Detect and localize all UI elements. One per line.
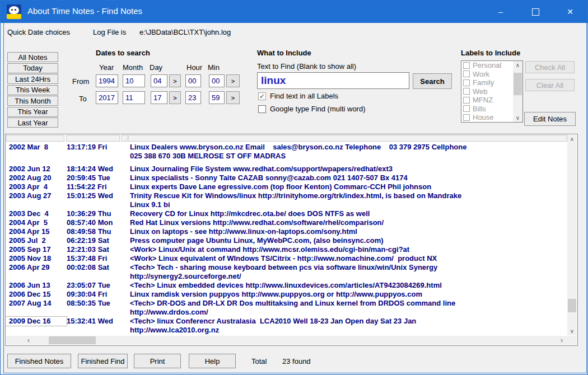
note-row-line[interactable]: 2006 Dec 1509:30:04 FriLinux ramdisk ver… — [6, 290, 567, 299]
note-row-line[interactable]: 2005 Jul 206:22:19 SatPress computer pag… — [6, 236, 567, 245]
note-time: 12:21:03 Sat — [67, 245, 130, 254]
note-row-line[interactable]: 2006 Jun 1323:05:07 Tue<Tech> Linux embe… — [6, 281, 567, 290]
note-time — [67, 308, 130, 317]
from-day-field[interactable]: 04 — [151, 74, 167, 87]
note-row-line[interactable]: 2005 Sep 1712:21:03 Sat<Work> Linux/Unix… — [6, 245, 567, 254]
note-text: <Tech> Tech - sharing mouse keyboard bet… — [130, 263, 567, 272]
label-checkbox-work[interactable] — [463, 71, 470, 77]
scroll-up-icon[interactable]: ∧ — [567, 135, 577, 143]
to-month-field[interactable]: 11 — [123, 91, 145, 104]
note-row-line[interactable]: 025 388 670 30B MELROSE ST OFF MADRAS — [6, 152, 567, 161]
print-button[interactable]: Print — [134, 354, 181, 368]
maximize-button[interactable] — [518, 1, 553, 23]
note-row-line[interactable]: 2005 Nov 1815:37:48 Fri<Work> Linux equi… — [6, 254, 567, 263]
note-time — [67, 200, 130, 209]
log-file-path: e:\JBData\BCL\TXT\john.log — [139, 28, 231, 36]
notes-horizontal-scrollbar[interactable]: ‹ › — [6, 336, 567, 345]
quick-date-last-year-button[interactable]: Last Year — [7, 118, 58, 128]
quick-date-this-week-button[interactable]: This Week — [7, 85, 58, 95]
edit-notes-button[interactable]: Edit Notes — [524, 112, 576, 126]
scroll-down-icon[interactable]: ∨ — [513, 114, 522, 122]
note-row-line[interactable]: 2002 Jun 1218:14:24 WedLinux Journaling … — [6, 165, 567, 174]
find-in-all-labels-checkbox[interactable]: ✓ — [258, 92, 266, 100]
to-day-field[interactable]: 17 — [151, 91, 167, 104]
note-text: Linux experts Dave Lane egressive.com (t… — [130, 182, 567, 191]
day-header: Day — [150, 63, 162, 72]
note-row-line[interactable]: http://www.drdos.com/ — [6, 308, 567, 317]
label-item-personal[interactable]: Personal — [461, 61, 513, 70]
quick-date-this-month-button[interactable]: This Month — [7, 96, 58, 106]
note-row-line[interactable]: 2007 Aug 1408:50:35 Tue<Tech> DR-DOS and… — [6, 299, 567, 308]
note-date: 2006 Apr 29 — [6, 263, 67, 272]
note-row-line[interactable]: 2009 Dec 1615:32:41 Wed<Tech> linux Conf… — [6, 317, 567, 326]
label-checkbox-house[interactable] — [463, 114, 470, 121]
note-row-line[interactable]: 2003 Dec 410:36:29 ThuRecovery CD for Li… — [6, 209, 567, 218]
note-row-line[interactable]: 2003 Apr 411:54:22 FriLinux experts Dave… — [6, 182, 567, 191]
scroll-up-icon[interactable]: ∧ — [513, 61, 522, 69]
from-hour-field[interactable]: 00 — [185, 74, 201, 87]
quick-date-this-year-button[interactable]: This Year — [7, 107, 58, 117]
scroll-right-icon[interactable]: › — [557, 336, 566, 345]
note-date: 2005 Nov 18 — [6, 254, 67, 263]
from-min-spin-button[interactable]: > — [226, 74, 240, 87]
scroll-left-icon[interactable]: ‹ — [24, 336, 33, 345]
label-item-mfnz[interactable]: MFNZ — [461, 96, 513, 105]
label-checkbox-mfnz[interactable] — [463, 97, 470, 104]
label-item-work[interactable]: Work — [461, 70, 513, 79]
help-button[interactable]: Help — [189, 354, 236, 368]
note-row-line[interactable]: 2004 Apr 508:57:40 MonRed Hat Linux vers… — [6, 218, 567, 227]
label-checkbox-personal[interactable] — [463, 62, 470, 69]
note-row-line[interactable]: Linux 9.1 bi — [6, 200, 567, 209]
close-button[interactable]: ✕ — [553, 1, 587, 23]
check-all-button[interactable]: Check All — [525, 61, 575, 73]
search-button[interactable]: Search — [413, 73, 452, 89]
label-item-house[interactable]: House — [461, 113, 513, 122]
label-checkbox-web[interactable] — [463, 88, 470, 95]
note-row-line[interactable]: 2002 Mar 813:17:19 FriLinux Dealers www.… — [6, 143, 567, 152]
from-month-field[interactable]: 10 — [123, 74, 145, 87]
from-min-field[interactable]: 00 — [209, 74, 225, 87]
text-to-find-input[interactable] — [257, 72, 409, 89]
label-checkbox-bills[interactable] — [463, 105, 470, 112]
to-min-field[interactable]: 59 — [209, 91, 225, 104]
to-day-spin-button[interactable]: > — [169, 91, 181, 104]
finished-notes-button[interactable]: Finished Notes — [7, 354, 71, 368]
notes-hscroll-thumb[interactable] — [49, 336, 96, 344]
note-row-line[interactable]: http://synergy2.sourceforge.net/ — [6, 272, 567, 281]
clear-all-button[interactable]: Clear All — [525, 79, 575, 91]
label-checkbox-family[interactable] — [463, 79, 470, 86]
minimize-button[interactable]: – — [483, 1, 518, 23]
labels-scrollbar[interactable]: ∧ ∨ — [513, 61, 522, 122]
note-text: Recovery CD for Linux http://mkcdrec.ota… — [130, 209, 567, 218]
note-time: 13:17:19 Fri — [67, 143, 130, 152]
notes-vertical-scrollbar[interactable]: ∧ ∨ — [567, 135, 577, 335]
label-item-web[interactable]: Web — [461, 87, 513, 96]
quick-date-today-button[interactable]: Today — [7, 63, 58, 73]
label-item-family[interactable]: Family — [461, 78, 513, 87]
note-row-line[interactable]: http://www.lca2010.org.nz — [6, 326, 567, 335]
quick-date-last-24hrs-button[interactable]: Last 24Hrs — [7, 74, 58, 84]
labels-scroll-thumb[interactable] — [514, 73, 522, 95]
to-min-spin-button[interactable]: > — [226, 91, 240, 104]
quick-date-all-notes-button[interactable]: All Notes — [7, 52, 58, 62]
notes-list[interactable]: 2002 Mar 813:17:19 FriLinux Dealers www.… — [5, 134, 578, 346]
notes-vscroll-thumb[interactable] — [568, 299, 576, 312]
to-hour-field[interactable]: 23 — [185, 91, 201, 104]
spacer-column-header[interactable] — [121, 135, 128, 142]
from-day-spin-button[interactable]: > — [169, 74, 181, 87]
text-column-header[interactable] — [128, 135, 567, 142]
label-item-text: Family — [473, 78, 494, 87]
note-row-line[interactable]: 2003 Aug 2715:01:25 WedTrinity Rescue Ki… — [6, 191, 567, 200]
labels-listbox[interactable]: PersonalWorkFamilyWebMFNZBillsHouse ∧ ∨ — [461, 60, 523, 123]
scroll-down-icon[interactable]: ∨ — [567, 327, 577, 335]
google-type-find-checkbox[interactable] — [258, 105, 266, 113]
time-column-header[interactable] — [66, 135, 120, 142]
note-row-line[interactable]: 2004 Apr 1508:49:58 ThuLinux on laptops … — [6, 227, 567, 236]
from-year-field[interactable]: 1994 — [96, 74, 118, 87]
label-item-bills[interactable]: Bills — [461, 105, 513, 114]
date-column-header[interactable] — [6, 135, 64, 142]
to-year-field[interactable]: 2017 — [96, 91, 118, 104]
note-row-line[interactable]: 2002 Aug 2020:59:45 TueLinux specialists… — [6, 174, 567, 182]
note-row-line[interactable]: 2006 Apr 2900:02:08 Sat<Tech> Tech - sha… — [6, 263, 567, 272]
finished-find-button[interactable]: Finished Find — [78, 354, 128, 368]
